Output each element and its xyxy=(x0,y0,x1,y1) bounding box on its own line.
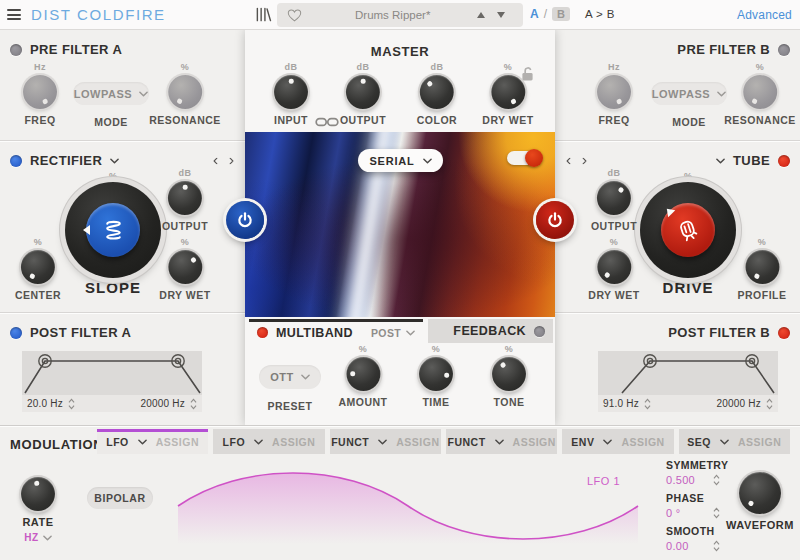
ab-copy-button[interactable]: A > B xyxy=(585,8,615,20)
tab-assign-label[interactable]: ASSIGN xyxy=(738,436,781,448)
channel-b-toggle[interactable] xyxy=(507,151,541,165)
post-filter-a-led[interactable] xyxy=(10,327,22,339)
output-knob[interactable] xyxy=(168,181,202,215)
lowcut-field[interactable]: 20.0 Hz xyxy=(27,398,75,410)
chevron-down-icon[interactable] xyxy=(110,158,119,164)
mod-tab-funct-1[interactable]: FUNCT ASSIGN xyxy=(330,429,441,454)
mod-tab-lfo-1[interactable]: LFO ASSIGN xyxy=(97,429,208,454)
profile-knob[interactable] xyxy=(745,250,779,284)
drive-knob[interactable] xyxy=(640,182,736,278)
stepper-icon[interactable] xyxy=(68,398,75,410)
preset-prev-icon[interactable] xyxy=(477,12,485,18)
drywet-knob[interactable] xyxy=(168,250,202,284)
pre-filter-a-led[interactable] xyxy=(10,44,22,56)
ab-b-button[interactable]: B xyxy=(552,7,570,21)
rate-unit-select[interactable]: HZ xyxy=(24,532,52,543)
multiband-tab[interactable]: MULTIBAND POST xyxy=(249,319,423,343)
output-knob[interactable] xyxy=(597,181,631,215)
input-knob[interactable] xyxy=(274,75,308,109)
preset-library-icon[interactable] xyxy=(255,6,272,23)
preset-browser[interactable]: Drums Ripper* xyxy=(277,3,523,27)
waveform-knob[interactable] xyxy=(739,472,781,514)
bipolar-toggle[interactable]: BIPOLAR xyxy=(87,487,153,509)
feedback-tab[interactable]: FEEDBACK xyxy=(428,319,553,343)
output-label: OUTPUT xyxy=(591,220,637,232)
main-menu-icon[interactable] xyxy=(7,9,21,20)
stepper-icon[interactable] xyxy=(713,507,720,519)
resonance-knob[interactable] xyxy=(168,75,202,109)
slope-knob[interactable] xyxy=(65,182,161,278)
post-filter-b-led[interactable] xyxy=(778,327,790,339)
preset-next-icon[interactable] xyxy=(497,12,505,18)
preset-value: OTT xyxy=(270,371,294,383)
stepper-icon[interactable] xyxy=(713,474,720,486)
rectifier-led[interactable] xyxy=(10,155,22,167)
channel-b-power-button[interactable] xyxy=(536,201,574,239)
tab-assign-label[interactable]: ASSIGN xyxy=(272,436,315,448)
mod-tab-seq[interactable]: SEQ ASSIGN xyxy=(679,429,790,454)
lfo-waveform-display[interactable] xyxy=(178,468,638,544)
output-knob[interactable] xyxy=(346,75,380,109)
stepper-icon[interactable] xyxy=(644,398,651,410)
stepper-icon[interactable] xyxy=(713,540,720,552)
chevron-down-icon[interactable] xyxy=(720,439,729,445)
stepper-icon[interactable] xyxy=(766,398,773,410)
routing-select[interactable]: SERIAL xyxy=(358,149,443,172)
time-knob[interactable] xyxy=(419,357,453,391)
tab-assign-label[interactable]: ASSIGN xyxy=(396,436,439,448)
tone-knob[interactable] xyxy=(492,357,526,391)
ab-a-button[interactable]: A xyxy=(530,7,539,21)
chevron-down-icon[interactable] xyxy=(495,439,504,445)
chevron-down-icon[interactable] xyxy=(603,439,612,445)
tab-assign-label[interactable]: ASSIGN xyxy=(156,436,199,448)
multiband-led[interactable] xyxy=(257,327,268,338)
amount-knob[interactable] xyxy=(346,357,380,391)
multiband-preset-select[interactable]: OTT xyxy=(259,365,321,389)
link-gain-icon[interactable] xyxy=(315,116,339,128)
tube-led[interactable] xyxy=(778,155,790,167)
highcut-field[interactable]: 20000 Hz xyxy=(717,398,773,410)
chevron-down-icon[interactable] xyxy=(378,439,387,445)
drywet-knob[interactable] xyxy=(491,75,525,109)
unlock-icon[interactable] xyxy=(521,66,534,82)
stepper-icon[interactable] xyxy=(190,398,197,410)
phase-field[interactable]: 0 ° xyxy=(666,507,720,519)
mod-tab-env[interactable]: ENV ASSIGN xyxy=(562,429,673,454)
feedback-led[interactable] xyxy=(534,326,545,337)
mode-select[interactable]: LOWPASS xyxy=(651,82,727,105)
favorite-heart-icon[interactable] xyxy=(287,9,302,22)
pre-filter-b-led[interactable] xyxy=(778,44,790,56)
preset-name[interactable]: Drums Ripper* xyxy=(355,9,430,21)
mod-tab-lfo-2[interactable]: LFO ASSIGN xyxy=(213,429,324,454)
lowcut-field[interactable]: 91.0 Hz xyxy=(603,398,651,410)
prev-model-icon[interactable] xyxy=(564,157,574,164)
smooth-field[interactable]: 0.00 xyxy=(666,540,720,552)
rectifier-coil-icon xyxy=(86,203,140,257)
advanced-button[interactable]: Advanced xyxy=(737,8,792,22)
prev-model-icon[interactable] xyxy=(211,157,221,164)
next-model-icon[interactable] xyxy=(580,157,590,164)
rate-knob[interactable] xyxy=(21,477,55,511)
center-knob[interactable] xyxy=(21,250,55,284)
chevron-down-icon[interactable] xyxy=(138,439,147,445)
next-model-icon[interactable] xyxy=(227,157,237,164)
mode-select[interactable]: LOWPASS xyxy=(73,82,149,105)
color-knob[interactable] xyxy=(420,75,454,109)
tab-assign-label[interactable]: ASSIGN xyxy=(621,436,664,448)
resonance-knob[interactable] xyxy=(743,75,777,109)
chevron-down-icon[interactable] xyxy=(716,158,725,164)
highcut-field[interactable]: 20000 Hz xyxy=(141,398,197,410)
mod-tab-funct-2[interactable]: FUNCT ASSIGN xyxy=(446,429,557,454)
freq-knob[interactable] xyxy=(23,75,57,109)
preset-nav xyxy=(477,12,505,18)
freq-knob[interactable] xyxy=(597,75,631,109)
multiband-position-select[interactable]: POST xyxy=(371,327,415,339)
drywet-knob[interactable] xyxy=(597,250,631,284)
chevron-down-icon[interactable] xyxy=(254,439,263,445)
tab-assign-label[interactable]: ASSIGN xyxy=(513,436,556,448)
post-filter-a-graph[interactable] xyxy=(22,351,202,395)
symmetry-label: SYMMETRY xyxy=(666,459,722,471)
symmetry-field[interactable]: 0.500 xyxy=(666,474,720,486)
post-filter-b-graph[interactable] xyxy=(598,351,778,395)
channel-a-power-button[interactable] xyxy=(226,201,264,239)
